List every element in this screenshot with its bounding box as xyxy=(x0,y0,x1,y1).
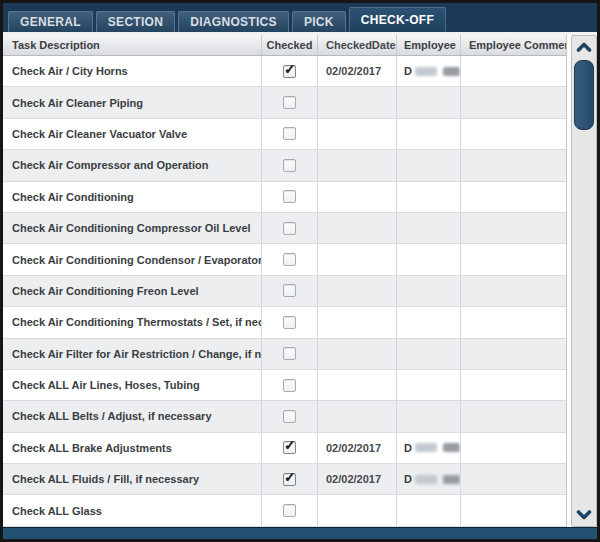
employee-cell xyxy=(396,370,460,400)
task-checkbox[interactable] xyxy=(283,222,296,235)
employee-cell xyxy=(396,495,460,525)
task-description: Check Air Conditioning Condensor / Evapo… xyxy=(3,244,261,274)
column-header-employee[interactable]: Employee xyxy=(396,35,460,55)
table-row: Check ALL Belts / Adjust, if necessary xyxy=(3,401,566,432)
task-description: Check Air Conditioning Compressor Oil Le… xyxy=(3,213,261,243)
vertical-scrollbar[interactable] xyxy=(571,35,597,527)
task-checkbox[interactable]: ✓ xyxy=(283,65,296,78)
scroll-up-button[interactable] xyxy=(572,36,596,58)
checked-cell: ✓ xyxy=(261,56,317,86)
chevron-down-icon xyxy=(576,506,592,524)
tab-general[interactable]: GENERAL xyxy=(8,11,93,32)
checked-date xyxy=(317,401,396,431)
task-description: Check ALL Glass xyxy=(3,495,261,525)
checked-date xyxy=(317,307,396,337)
table-row: Check Air Cleaner Piping xyxy=(3,87,566,118)
employee-name-redacted xyxy=(415,475,437,484)
employee-name: D xyxy=(404,473,412,485)
task-description: Check ALL Fluids / Fill, if necessary xyxy=(3,464,261,494)
table-row: Check ALL Brake Adjustments✓02/02/2017D xyxy=(3,433,566,464)
checkoff-window: GENERALSECTIONDIAGNOSTICSPICKCHECK-OFF T… xyxy=(0,0,600,542)
employee-cell xyxy=(396,119,460,149)
table-row: Check Air Filter for Air Restriction / C… xyxy=(3,339,566,370)
checked-date: 02/02/2017 xyxy=(317,56,396,86)
task-checkbox[interactable] xyxy=(283,190,296,203)
content-area: Task DescriptionCheckedCheckedDateEmploy… xyxy=(3,35,597,527)
table-row: Check Air / City Horns✓02/02/2017D xyxy=(3,56,566,87)
checked-date xyxy=(317,276,396,306)
checked-cell xyxy=(261,182,317,212)
employee-cell xyxy=(396,87,460,117)
tab-check-off[interactable]: CHECK-OFF xyxy=(349,7,446,32)
employee-cell xyxy=(396,213,460,243)
column-header-task[interactable]: Task Description xyxy=(3,35,261,55)
employee-cell xyxy=(396,150,460,180)
employee-cell xyxy=(396,401,460,431)
task-description: Check Air Filter for Air Restriction / C… xyxy=(3,339,261,369)
checked-cell xyxy=(261,150,317,180)
tab-section[interactable]: SECTION xyxy=(96,11,175,32)
task-description: Check Air Cleaner Piping xyxy=(3,87,261,117)
employee-name-redacted xyxy=(415,443,437,452)
task-checkbox[interactable] xyxy=(283,96,296,109)
checkmark-icon: ✓ xyxy=(284,438,296,452)
table-row: Check ALL Fluids / Fill, if necessary✓02… xyxy=(3,464,566,495)
checked-cell xyxy=(261,307,317,337)
scrollbar-thumb[interactable] xyxy=(574,60,594,130)
task-table: Task DescriptionCheckedCheckedDateEmploy… xyxy=(3,35,567,527)
employee-cell xyxy=(396,182,460,212)
checkmark-icon: ✓ xyxy=(284,470,296,484)
task-description: Check ALL Belts / Adjust, if necessary xyxy=(3,401,261,431)
employee-name-redacted xyxy=(443,443,460,452)
checked-cell xyxy=(261,370,317,400)
table-row: Check Air Conditioning xyxy=(3,182,566,213)
column-header-comment[interactable]: Employee Comment xyxy=(460,35,566,55)
task-description: Check Air Compressor and Operation xyxy=(3,150,261,180)
checked-cell xyxy=(261,339,317,369)
checked-cell xyxy=(261,87,317,117)
column-header-date[interactable]: CheckedDate xyxy=(317,35,396,55)
scroll-down-button[interactable] xyxy=(572,504,596,526)
employee-comment xyxy=(460,244,566,274)
task-checkbox[interactable] xyxy=(283,284,296,297)
table-row: Check Air Cleaner Vacuator Valve xyxy=(3,119,566,150)
task-description: Check ALL Brake Adjustments xyxy=(3,433,261,463)
employee-comment xyxy=(460,56,566,86)
task-checkbox[interactable] xyxy=(283,316,296,329)
employee-comment xyxy=(460,182,566,212)
task-description: Check Air Cleaner Vacuator Valve xyxy=(3,119,261,149)
employee-comment xyxy=(460,150,566,180)
column-header-checked[interactable]: Checked xyxy=(261,35,317,55)
task-checkbox[interactable]: ✓ xyxy=(283,473,296,486)
task-checkbox[interactable] xyxy=(283,410,296,423)
checked-date xyxy=(317,495,396,525)
task-checkbox[interactable] xyxy=(283,379,296,392)
chevron-up-icon xyxy=(576,38,592,56)
task-checkbox[interactable] xyxy=(283,347,296,360)
task-checkbox[interactable] xyxy=(283,159,296,172)
task-checkbox[interactable] xyxy=(283,504,296,517)
employee-comment xyxy=(460,339,566,369)
table-row: Check Air Conditioning Thermostats / Set… xyxy=(3,307,566,338)
tab-diagnostics[interactable]: DIAGNOSTICS xyxy=(178,11,289,32)
task-checkbox[interactable] xyxy=(283,253,296,266)
employee-cell xyxy=(396,339,460,369)
checkmark-icon: ✓ xyxy=(284,62,296,76)
task-checkbox[interactable] xyxy=(283,127,296,140)
table-row: Check Air Conditioning Condensor / Evapo… xyxy=(3,244,566,275)
employee-name-redacted xyxy=(415,67,437,76)
checked-cell xyxy=(261,244,317,274)
checked-date xyxy=(317,182,396,212)
table-body: Check Air / City Horns✓02/02/2017DCheck … xyxy=(3,56,566,527)
tab-pick[interactable]: PICK xyxy=(292,11,346,32)
task-checkbox[interactable]: ✓ xyxy=(283,441,296,454)
employee-cell xyxy=(396,276,460,306)
scrollbar-track[interactable] xyxy=(572,58,596,504)
employee-comment xyxy=(460,119,566,149)
employee-cell xyxy=(396,307,460,337)
checked-cell xyxy=(261,119,317,149)
checked-date xyxy=(317,213,396,243)
employee-cell: D xyxy=(396,464,460,494)
task-description: Check Air Conditioning xyxy=(3,182,261,212)
tab-bar: GENERALSECTIONDIAGNOSTICSPICKCHECK-OFF xyxy=(3,3,597,32)
